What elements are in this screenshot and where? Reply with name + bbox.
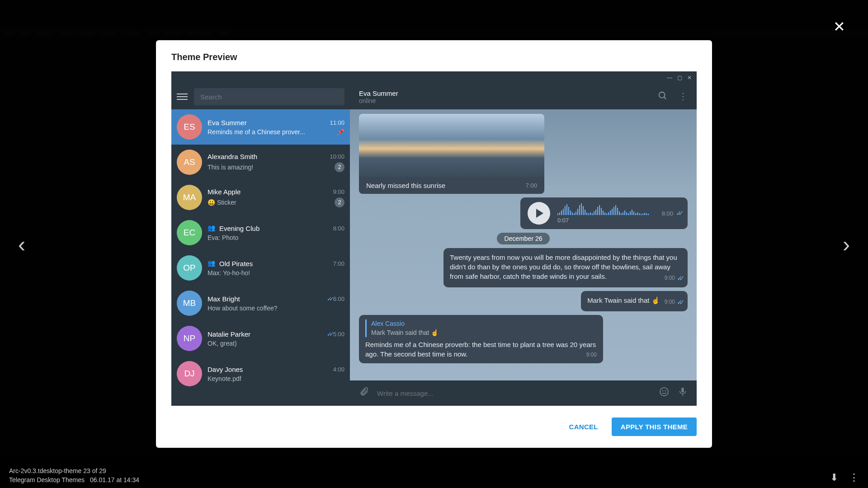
conversation-panel: Eva Summer online ⋮	[350, 84, 697, 406]
waveform[interactable]	[557, 203, 655, 215]
chat-name: Davy Jones	[208, 366, 243, 373]
chat-preview-msg: Keynote.pdf	[208, 375, 344, 382]
group-icon: 👥	[208, 224, 216, 232]
telegram-preview-window: — ▢ ✕ Search ESEva Summer11:00Reminds me…	[171, 71, 697, 406]
svg-point-4	[665, 391, 666, 391]
lightbox-filename: Arc-2v0.3.tdesktop-theme 23 of 29	[9, 467, 139, 474]
cancel-button[interactable]: CANCEL	[569, 423, 598, 431]
svg-line-1	[664, 97, 666, 99]
chat-list-item[interactable]: MAMike Apple9:00😀 Sticker2	[171, 180, 350, 215]
chat-list-item[interactable]: OP👥Old Pirates7:00Max: Yo-ho-ho!	[171, 250, 350, 286]
date-separator: December 26	[497, 233, 549, 244]
chat-name: Natalie Parker	[208, 330, 250, 338]
chevron-right-icon[interactable]: ›	[843, 232, 850, 257]
chat-name: Mike Apple	[208, 188, 241, 196]
chat-header-status: online	[359, 97, 398, 104]
message-list: Nearly missed this sunrise 7:00 0:07	[350, 109, 697, 380]
message-photo: Nearly missed this sunrise 7:00	[359, 114, 688, 194]
voice-duration: 0:07	[557, 217, 655, 224]
chat-time: 11:00	[330, 119, 344, 126]
chat-time: ✓✓5:00	[327, 331, 344, 338]
message-outgoing: Twenty years from now you will be more d…	[443, 248, 688, 287]
chat-header-name: Eva Summer	[359, 89, 398, 97]
message-time: 9:00	[586, 351, 597, 359]
chat-list-item[interactable]: ESEva Summer11:00Reminds me of a Chinese…	[171, 109, 350, 145]
image-caption: Nearly missed this sunrise	[366, 182, 445, 189]
chat-time: 9:00	[333, 188, 344, 195]
avatar: DJ	[177, 361, 202, 386]
chat-time: 4:00	[333, 366, 344, 373]
chat-name: Max Bright	[208, 295, 240, 303]
unread-badge: 2	[335, 162, 344, 172]
avatar: AS	[177, 150, 202, 175]
lightbox-collection: Telegram Desktop Themes	[9, 476, 85, 483]
read-check-icon: ✓✓	[676, 209, 680, 217]
chat-preview-msg: 😀 Sticker	[208, 199, 332, 206]
microphone-icon[interactable]	[678, 387, 688, 399]
search-icon[interactable]	[658, 91, 668, 103]
avatar: OP	[177, 255, 202, 281]
apply-theme-button[interactable]: APPLY THIS THEME	[612, 418, 697, 436]
lightbox-overlay: ✕ ‹ › Theme Preview — ▢ ✕ Search ESEva S…	[0, 0, 868, 488]
chat-name: Evening Club	[219, 225, 259, 232]
avatar: EC	[177, 220, 202, 245]
window-close-icon[interactable]: ✕	[685, 73, 694, 82]
message-time: 8:00	[662, 210, 673, 217]
message-outgoing: Mark Twain said that ☝ 9:00✓✓	[581, 291, 688, 311]
chat-preview-msg: How about some coffee?	[208, 305, 344, 312]
compose-bar	[350, 380, 697, 406]
chat-header: Eva Summer online ⋮	[350, 84, 697, 109]
chat-list-item[interactable]: NPNatalie Parker✓✓5:00OK, great)	[171, 321, 350, 356]
pin-icon: 📌	[337, 128, 344, 136]
modal-actions: CANCEL APPLY THIS THEME	[156, 406, 712, 448]
message-incoming: Alex Cassio Mark Twain said that ☝ Remin…	[359, 315, 603, 363]
chat-time: 10:00	[330, 153, 344, 160]
chevron-left-icon[interactable]: ‹	[18, 232, 25, 257]
modal-title: Theme Preview	[156, 40, 712, 71]
chat-time: 7:00	[333, 260, 344, 267]
read-check-icon: ✓✓	[677, 273, 681, 283]
more-icon[interactable]: ⋮	[679, 91, 688, 103]
chat-list-item[interactable]: ASAlexandra Smith10:00This is amazing!2	[171, 145, 350, 180]
attach-icon[interactable]	[359, 387, 369, 399]
group-icon: 👥	[208, 259, 216, 267]
more-icon[interactable]: ⋮	[849, 472, 859, 483]
message-time: 7:00	[526, 182, 537, 189]
avatar: ES	[177, 114, 202, 140]
chat-name: Old Pirates	[219, 260, 253, 267]
window-titlebar: — ▢ ✕	[171, 71, 697, 84]
avatar: NP	[177, 326, 202, 351]
message-time: 9:00	[665, 298, 675, 306]
hamburger-menu-icon[interactable]	[177, 94, 188, 100]
read-check-icon: ✓✓	[327, 331, 331, 338]
svg-point-2	[660, 388, 668, 396]
download-icon[interactable]: ⬇	[830, 472, 838, 483]
message-time: 9:00	[665, 274, 675, 282]
emoji-icon[interactable]	[659, 386, 670, 400]
voice-message: 0:07 8:00 ✓✓	[520, 197, 688, 229]
chat-preview-msg: Eva: Photo	[208, 234, 344, 241]
svg-point-3	[663, 391, 663, 391]
avatar: MB	[177, 291, 202, 316]
chat-preview-msg: OK, great)	[208, 340, 344, 347]
chat-list-item[interactable]: DJDavy Jones4:00Keynote.pdf	[171, 356, 350, 391]
message-input[interactable]	[377, 389, 651, 397]
chat-list-item[interactable]: MBMax Bright✓✓6:00How about some coffee?	[171, 286, 350, 321]
lightbox-footer: Arc-2v0.3.tdesktop-theme 23 of 29 Telegr…	[0, 456, 868, 488]
unread-badge: 2	[335, 197, 344, 207]
chat-preview-msg: Max: Yo-ho-ho!	[208, 269, 344, 277]
sunrise-image[interactable]	[359, 114, 544, 177]
search-input[interactable]: Search	[194, 88, 344, 105]
lightbox-datetime: 06.01.17 at 14:34	[90, 476, 139, 483]
chat-time: 8:00	[333, 225, 344, 232]
read-check-icon: ✓✓	[677, 297, 681, 307]
close-icon[interactable]: ✕	[833, 18, 845, 35]
svg-point-0	[659, 92, 665, 98]
avatar: MA	[177, 185, 202, 210]
play-button[interactable]	[528, 202, 550, 225]
chat-list-item[interactable]: EC👥Evening Club8:00Eva: Photo	[171, 215, 350, 250]
read-check-icon: ✓✓	[327, 296, 331, 302]
minimize-icon[interactable]: —	[665, 73, 674, 82]
maximize-icon[interactable]: ▢	[675, 73, 684, 82]
reply-reference[interactable]: Alex Cassio Mark Twain said that ☝	[365, 319, 597, 337]
